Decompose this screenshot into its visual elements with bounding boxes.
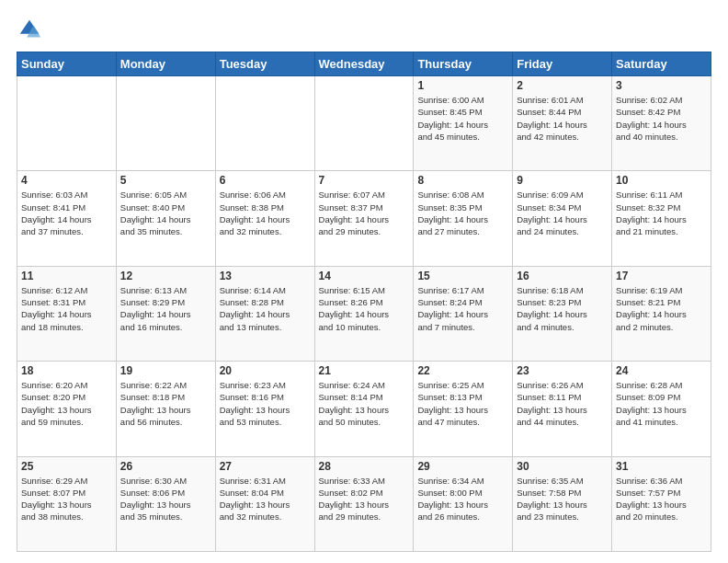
day-info: Sunrise: 6:35 AM Sunset: 7:58 PM Dayligh…: [517, 475, 608, 523]
day-number: 3: [616, 79, 707, 92]
header: [17, 17, 711, 42]
day-number: 17: [616, 270, 707, 282]
calendar-cell: [215, 76, 314, 171]
day-info: Sunrise: 6:24 AM Sunset: 8:14 PM Dayligh…: [319, 379, 410, 428]
day-number: 11: [21, 270, 112, 282]
calendar-cell: 2Sunrise: 6:01 AM Sunset: 8:44 PM Daylig…: [513, 76, 612, 171]
calendar-cell: 23Sunrise: 6:26 AM Sunset: 8:11 PM Dayli…: [513, 362, 612, 456]
day-number: 30: [517, 460, 608, 473]
calendar-cell: 18Sunrise: 6:20 AM Sunset: 8:20 PM Dayli…: [17, 362, 117, 456]
day-info: Sunrise: 6:22 AM Sunset: 8:18 PM Dayligh…: [120, 379, 211, 428]
col-header-tuesday: Tuesday: [215, 52, 314, 76]
day-number: 4: [21, 174, 112, 187]
calendar-cell: 17Sunrise: 6:19 AM Sunset: 8:21 PM Dayli…: [612, 266, 711, 361]
calendar-cell: 25Sunrise: 6:29 AM Sunset: 8:07 PM Dayli…: [17, 456, 117, 551]
calendar-cell: 3Sunrise: 6:02 AM Sunset: 8:42 PM Daylig…: [612, 76, 711, 171]
day-info: Sunrise: 6:09 AM Sunset: 8:34 PM Dayligh…: [517, 189, 608, 237]
day-number: 6: [220, 174, 311, 187]
calendar-cell: 24Sunrise: 6:28 AM Sunset: 8:09 PM Dayli…: [612, 362, 711, 456]
day-number: 1: [417, 79, 508, 92]
day-info: Sunrise: 6:13 AM Sunset: 8:29 PM Dayligh…: [120, 284, 211, 333]
calendar-cell: 30Sunrise: 6:35 AM Sunset: 7:58 PM Dayli…: [513, 456, 612, 551]
day-number: 5: [120, 174, 211, 187]
calendar-cell: 4Sunrise: 6:03 AM Sunset: 8:41 PM Daylig…: [17, 171, 117, 266]
day-info: Sunrise: 6:03 AM Sunset: 8:41 PM Dayligh…: [21, 189, 112, 237]
day-info: Sunrise: 6:23 AM Sunset: 8:16 PM Dayligh…: [220, 379, 311, 428]
day-info: Sunrise: 6:20 AM Sunset: 8:20 PM Dayligh…: [21, 379, 112, 428]
day-info: Sunrise: 6:19 AM Sunset: 8:21 PM Dayligh…: [616, 284, 707, 333]
calendar-cell: 1Sunrise: 6:00 AM Sunset: 8:45 PM Daylig…: [414, 76, 513, 171]
day-number: 16: [517, 270, 608, 282]
day-info: Sunrise: 6:18 AM Sunset: 8:23 PM Dayligh…: [517, 284, 608, 333]
calendar-cell: 28Sunrise: 6:33 AM Sunset: 8:02 PM Dayli…: [314, 456, 414, 551]
day-info: Sunrise: 6:28 AM Sunset: 8:09 PM Dayligh…: [616, 379, 707, 428]
calendar-cell: 19Sunrise: 6:22 AM Sunset: 8:18 PM Dayli…: [116, 362, 215, 456]
day-info: Sunrise: 6:26 AM Sunset: 8:11 PM Dayligh…: [517, 379, 608, 428]
calendar-cell: 7Sunrise: 6:07 AM Sunset: 8:37 PM Daylig…: [314, 171, 414, 266]
col-header-monday: Monday: [116, 52, 215, 76]
day-info: Sunrise: 6:05 AM Sunset: 8:40 PM Dayligh…: [120, 189, 211, 237]
day-number: 19: [120, 364, 211, 377]
calendar-cell: 16Sunrise: 6:18 AM Sunset: 8:23 PM Dayli…: [513, 266, 612, 361]
col-header-thursday: Thursday: [414, 52, 513, 76]
day-info: Sunrise: 6:11 AM Sunset: 8:32 PM Dayligh…: [616, 189, 707, 237]
calendar-cell: 8Sunrise: 6:08 AM Sunset: 8:35 PM Daylig…: [414, 171, 513, 266]
day-number: 12: [120, 270, 211, 282]
day-info: Sunrise: 6:12 AM Sunset: 8:31 PM Dayligh…: [21, 284, 112, 333]
calendar-cell: 22Sunrise: 6:25 AM Sunset: 8:13 PM Dayli…: [414, 362, 513, 456]
day-number: 25: [21, 460, 112, 473]
calendar-cell: 11Sunrise: 6:12 AM Sunset: 8:31 PM Dayli…: [17, 266, 117, 361]
day-info: Sunrise: 6:14 AM Sunset: 8:28 PM Dayligh…: [220, 284, 311, 333]
day-info: Sunrise: 6:06 AM Sunset: 8:38 PM Dayligh…: [220, 189, 311, 237]
calendar-cell: 10Sunrise: 6:11 AM Sunset: 8:32 PM Dayli…: [612, 171, 711, 266]
day-info: Sunrise: 6:34 AM Sunset: 8:00 PM Dayligh…: [417, 475, 508, 523]
day-number: 23: [517, 364, 608, 377]
day-number: 24: [616, 364, 707, 377]
col-header-sunday: Sunday: [17, 52, 117, 76]
day-number: 31: [616, 460, 707, 473]
calendar-cell: 6Sunrise: 6:06 AM Sunset: 8:38 PM Daylig…: [215, 171, 314, 266]
day-info: Sunrise: 6:33 AM Sunset: 8:02 PM Dayligh…: [319, 475, 410, 523]
day-info: Sunrise: 6:07 AM Sunset: 8:37 PM Dayligh…: [319, 189, 410, 237]
calendar-cell: 31Sunrise: 6:36 AM Sunset: 7:57 PM Dayli…: [612, 456, 711, 551]
day-number: 13: [220, 270, 311, 282]
day-number: 26: [120, 460, 211, 473]
day-number: 22: [417, 364, 508, 377]
calendar-table: SundayMondayTuesdayWednesdayThursdayFrid…: [17, 52, 711, 552]
day-number: 8: [417, 174, 508, 187]
day-number: 28: [319, 460, 410, 473]
day-info: Sunrise: 6:36 AM Sunset: 7:57 PM Dayligh…: [616, 475, 707, 523]
day-number: 18: [21, 364, 112, 377]
col-header-wednesday: Wednesday: [314, 52, 414, 76]
calendar-cell: 9Sunrise: 6:09 AM Sunset: 8:34 PM Daylig…: [513, 171, 612, 266]
calendar-cell: 14Sunrise: 6:15 AM Sunset: 8:26 PM Dayli…: [314, 266, 414, 361]
col-header-friday: Friday: [513, 52, 612, 76]
calendar-cell: 20Sunrise: 6:23 AM Sunset: 8:16 PM Dayli…: [215, 362, 314, 456]
calendar-cell: [116, 76, 215, 171]
calendar-cell: 12Sunrise: 6:13 AM Sunset: 8:29 PM Dayli…: [116, 266, 215, 361]
day-number: 27: [220, 460, 311, 473]
day-info: Sunrise: 6:17 AM Sunset: 8:24 PM Dayligh…: [417, 284, 508, 333]
calendar-cell: [17, 76, 117, 171]
day-info: Sunrise: 6:29 AM Sunset: 8:07 PM Dayligh…: [21, 475, 112, 523]
day-number: 10: [616, 174, 707, 187]
calendar-cell: 29Sunrise: 6:34 AM Sunset: 8:00 PM Dayli…: [414, 456, 513, 551]
day-info: Sunrise: 6:01 AM Sunset: 8:44 PM Dayligh…: [517, 94, 608, 143]
day-number: 9: [517, 174, 608, 187]
day-number: 2: [517, 79, 608, 92]
day-info: Sunrise: 6:30 AM Sunset: 8:06 PM Dayligh…: [120, 475, 211, 523]
day-number: 14: [319, 270, 410, 282]
calendar-cell: 21Sunrise: 6:24 AM Sunset: 8:14 PM Dayli…: [314, 362, 414, 456]
day-info: Sunrise: 6:31 AM Sunset: 8:04 PM Dayligh…: [220, 475, 311, 523]
calendar-cell: 26Sunrise: 6:30 AM Sunset: 8:06 PM Dayli…: [116, 456, 215, 551]
calendar-cell: 15Sunrise: 6:17 AM Sunset: 8:24 PM Dayli…: [414, 266, 513, 361]
page: SundayMondayTuesdayWednesdayThursdayFrid…: [0, 0, 728, 563]
calendar-cell: [314, 76, 414, 171]
day-number: 29: [417, 460, 508, 473]
day-info: Sunrise: 6:25 AM Sunset: 8:13 PM Dayligh…: [417, 379, 508, 428]
day-info: Sunrise: 6:02 AM Sunset: 8:42 PM Dayligh…: [616, 94, 707, 143]
logo: [17, 17, 46, 42]
day-number: 15: [417, 270, 508, 282]
col-header-saturday: Saturday: [612, 52, 711, 76]
calendar-cell: 13Sunrise: 6:14 AM Sunset: 8:28 PM Dayli…: [215, 266, 314, 361]
